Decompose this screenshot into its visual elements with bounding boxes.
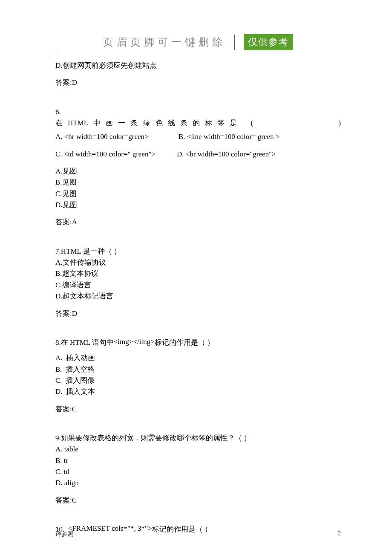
q5-answer: 答案:D	[55, 77, 341, 88]
q6-stem-char: 签	[217, 118, 225, 129]
q6-paren-close: )	[253, 118, 341, 129]
q8-img-tag: <img></img>	[114, 336, 155, 347]
page-header: 页眉页脚可一键删除 仅供参考	[55, 34, 341, 50]
document-page: 页眉页脚可一键删除 仅供参考 D.创建网页前必须应先创建站点 答案:D 6. 在…	[0, 0, 392, 555]
q6-stem-char: 色	[156, 118, 163, 129]
q7-option-d: D.超文本标记语言	[55, 291, 341, 302]
q8-stem-pre: 8.在 HTML 语句中	[55, 337, 114, 348]
q6-option-d: D.见图	[55, 199, 341, 211]
q7-answer: 答案:D	[55, 308, 341, 319]
q6-stem-char: 画	[106, 118, 113, 129]
q9-option-a: A. table	[55, 444, 341, 455]
q6-img-b: B. <line width=100 color= green >	[179, 131, 280, 142]
q6-stem-char: 线	[168, 118, 175, 129]
q6-answer: 答案:A	[55, 217, 341, 228]
q8-stem: 8.在 HTML 语句中 <img></img> 标记的作用是（ ）	[55, 337, 341, 348]
q6-img-d: D. <br width=100 color="green">	[177, 149, 276, 160]
q8-option-d: D. 插入文本	[55, 386, 341, 397]
q8-option-c: C. 插入图像	[55, 375, 341, 386]
q9-option-d: D. align	[55, 477, 341, 489]
q6-number: 6.	[55, 107, 341, 118]
q8-option-b: B. 插入空格	[55, 364, 341, 375]
q6-stem-char: 标	[205, 118, 212, 129]
header-title: 页眉页脚可一键删除	[103, 35, 226, 49]
q6-stem-char: 是	[230, 118, 237, 129]
q6-stem: 在 HTML 中 画 一 条 绿 色 线 条 的 标 签 是 ( )	[55, 118, 341, 129]
q9-answer: 答案:C	[55, 495, 341, 506]
q6-stem-char: HTML	[68, 118, 88, 129]
q8-answer: 答案:C	[55, 404, 341, 415]
q7-option-c: C.编译语言	[55, 280, 341, 291]
q6-stem-char: 绿	[143, 118, 150, 129]
q6-image-row-1: A. <hr width=100 color=green> B. <line w…	[55, 131, 341, 142]
q6-image-row-2: C. <td width=100 color=" green"> D. <br …	[55, 149, 341, 160]
q7-stem: 7.HTML 是一种（ ）	[55, 246, 341, 257]
header-divider	[234, 35, 235, 50]
q6-stem-char: 的	[193, 118, 200, 129]
q6-stem-char: 条	[180, 118, 187, 129]
q9-stem: 9.如果要修改表格的列宽，则需要修改哪个标签的属性？（ ）	[55, 433, 341, 444]
q9-option-b: B. tr	[55, 455, 341, 466]
page-number: 2	[338, 530, 341, 538]
q7-option-a: A.文件传输协议	[55, 257, 341, 268]
q6-stem-char: 一	[118, 118, 125, 129]
page-footer: 详参照 2	[55, 530, 341, 538]
content-body: D.创建网页前必须应先创建站点 答案:D 6. 在 HTML 中 画 一 条 绿…	[55, 60, 341, 535]
footer-left: 详参照	[55, 530, 73, 538]
q7-option-b: B.超文本协议	[55, 268, 341, 279]
q9-option-c: C. td	[55, 466, 341, 477]
q6-stem-char: 中	[93, 118, 101, 129]
q6-option-a: A.见图	[55, 166, 341, 177]
header-rule	[55, 54, 341, 54]
header-badge: 仅供参考	[244, 34, 293, 50]
q8-option-a: A. 插入动画	[55, 353, 341, 364]
q6-option-c: C.见图	[55, 188, 341, 199]
q6-stem-char: 在	[55, 118, 63, 129]
q6-stem-char: 条	[130, 118, 138, 129]
q6-img-a: A. <hr width=100 color=green>	[55, 131, 149, 142]
q6-option-b: B.见图	[55, 177, 341, 188]
q8-stem-post: 标记的作用是（ ）	[155, 337, 214, 348]
q6-img-c: C. <td width=100 color=" green">	[55, 149, 156, 160]
q5-option-d: D.创建网页前必须应先创建站点	[55, 60, 341, 71]
